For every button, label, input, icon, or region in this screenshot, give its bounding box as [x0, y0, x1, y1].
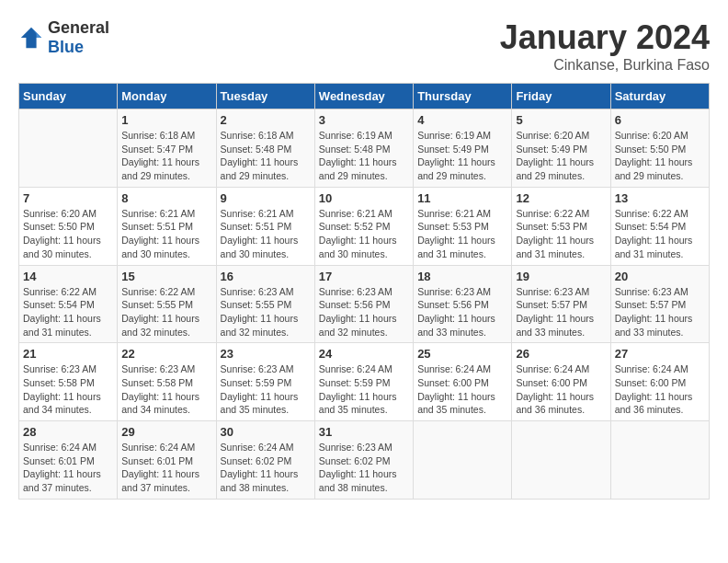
day-number: 15: [121, 270, 211, 283]
weekday-header: Sunday: [19, 84, 118, 109]
weekday-header: Thursday: [414, 84, 512, 109]
day-info: Sunrise: 6:18 AMSunset: 5:47 PMDaylight:…: [121, 129, 211, 183]
calendar-cell: 8Sunrise: 6:21 AMSunset: 5:51 PMDaylight…: [118, 187, 216, 265]
calendar-cell: 9Sunrise: 6:21 AMSunset: 5:51 PMDaylight…: [216, 187, 314, 265]
day-info: Sunrise: 6:18 AMSunset: 5:48 PMDaylight:…: [221, 129, 311, 183]
calendar-cell: 17Sunrise: 6:23 AMSunset: 5:56 PMDayligh…: [314, 265, 413, 343]
calendar-cell: 30Sunrise: 6:24 AMSunset: 6:02 PMDayligh…: [216, 421, 314, 500]
day-info: Sunrise: 6:23 AMSunset: 5:56 PMDaylight:…: [417, 285, 507, 339]
day-number: 6: [615, 113, 705, 127]
calendar-week-row: 1Sunrise: 6:18 AMSunset: 5:47 PMDaylight…: [19, 109, 710, 188]
day-info: Sunrise: 6:19 AMSunset: 5:48 PMDaylight:…: [319, 129, 409, 183]
weekday-header: Wednesday: [314, 84, 413, 109]
day-number: 3: [319, 113, 409, 127]
calendar-cell: 15Sunrise: 6:22 AMSunset: 5:55 PMDayligh…: [118, 265, 216, 343]
calendar-cell: [19, 109, 118, 188]
calendar-cell: 5Sunrise: 6:20 AMSunset: 5:49 PMDaylight…: [512, 109, 610, 188]
calendar-week-row: 21Sunrise: 6:23 AMSunset: 5:58 PMDayligh…: [19, 343, 710, 421]
day-number: 31: [319, 425, 409, 439]
day-info: Sunrise: 6:20 AMSunset: 5:49 PMDaylight:…: [516, 129, 606, 183]
day-info: Sunrise: 6:20 AMSunset: 5:50 PMDaylight:…: [23, 207, 113, 261]
calendar-cell: 21Sunrise: 6:23 AMSunset: 5:58 PMDayligh…: [19, 343, 118, 421]
day-number: 8: [121, 191, 211, 205]
day-number: 20: [615, 270, 705, 283]
month-title: January 2024: [500, 18, 710, 57]
day-info: Sunrise: 6:23 AMSunset: 5:57 PMDaylight:…: [615, 285, 705, 339]
logo-icon: [18, 25, 44, 51]
calendar-cell: 25Sunrise: 6:24 AMSunset: 6:00 PMDayligh…: [414, 343, 512, 421]
calendar-table: SundayMondayTuesdayWednesdayThursdayFrid…: [18, 83, 710, 500]
day-info: Sunrise: 6:21 AMSunset: 5:51 PMDaylight:…: [121, 207, 211, 261]
calendar-week-row: 7Sunrise: 6:20 AMSunset: 5:50 PMDaylight…: [19, 187, 710, 265]
day-number: 24: [319, 347, 409, 361]
calendar-cell: 24Sunrise: 6:24 AMSunset: 5:59 PMDayligh…: [314, 343, 413, 421]
day-number: 13: [615, 191, 705, 205]
day-info: Sunrise: 6:23 AMSunset: 5:58 PMDaylight:…: [121, 362, 211, 417]
calendar-cell: 28Sunrise: 6:24 AMSunset: 6:01 PMDayligh…: [19, 421, 118, 500]
calendar-cell: 1Sunrise: 6:18 AMSunset: 5:47 PMDaylight…: [118, 109, 216, 188]
day-number: 5: [516, 113, 606, 127]
day-info: Sunrise: 6:23 AMSunset: 6:02 PMDaylight:…: [319, 441, 409, 495]
day-number: 10: [319, 191, 409, 205]
calendar-cell: 12Sunrise: 6:22 AMSunset: 5:53 PMDayligh…: [512, 187, 610, 265]
day-info: Sunrise: 6:24 AMSunset: 6:00 PMDaylight:…: [516, 362, 606, 417]
day-info: Sunrise: 6:23 AMSunset: 5:57 PMDaylight:…: [516, 285, 606, 339]
weekday-header: Friday: [512, 84, 610, 109]
calendar-cell: 2Sunrise: 6:18 AMSunset: 5:48 PMDaylight…: [216, 109, 314, 188]
day-number: 14: [23, 270, 113, 283]
day-info: Sunrise: 6:22 AMSunset: 5:54 PMDaylight:…: [23, 285, 113, 339]
weekday-header: Saturday: [610, 84, 709, 109]
calendar-week-row: 28Sunrise: 6:24 AMSunset: 6:01 PMDayligh…: [19, 421, 710, 500]
day-info: Sunrise: 6:21 AMSunset: 5:52 PMDaylight:…: [319, 207, 409, 261]
day-info: Sunrise: 6:24 AMSunset: 6:02 PMDaylight:…: [221, 441, 311, 495]
calendar-cell: 22Sunrise: 6:23 AMSunset: 5:58 PMDayligh…: [118, 343, 216, 421]
calendar-cell: [414, 421, 512, 500]
day-info: Sunrise: 6:24 AMSunset: 6:01 PMDaylight:…: [121, 441, 211, 495]
weekday-header: Monday: [118, 84, 216, 109]
day-info: Sunrise: 6:24 AMSunset: 6:01 PMDaylight:…: [23, 441, 113, 495]
day-info: Sunrise: 6:23 AMSunset: 5:55 PMDaylight:…: [221, 285, 311, 339]
calendar-cell: 16Sunrise: 6:23 AMSunset: 5:55 PMDayligh…: [216, 265, 314, 343]
day-number: 29: [121, 425, 211, 439]
calendar-cell: 29Sunrise: 6:24 AMSunset: 6:01 PMDayligh…: [118, 421, 216, 500]
day-info: Sunrise: 6:23 AMSunset: 5:56 PMDaylight:…: [319, 285, 409, 339]
day-number: 27: [615, 347, 705, 361]
calendar-cell: 6Sunrise: 6:20 AMSunset: 5:50 PMDaylight…: [610, 109, 709, 188]
day-info: Sunrise: 6:24 AMSunset: 5:59 PMDaylight:…: [319, 362, 409, 417]
day-number: 28: [23, 425, 113, 439]
day-number: 9: [221, 191, 311, 205]
day-number: 17: [319, 270, 409, 283]
day-info: Sunrise: 6:21 AMSunset: 5:53 PMDaylight:…: [417, 207, 507, 261]
day-number: 26: [516, 347, 606, 361]
calendar-cell: 4Sunrise: 6:19 AMSunset: 5:49 PMDaylight…: [414, 109, 512, 188]
weekday-header-row: SundayMondayTuesdayWednesdayThursdayFrid…: [19, 84, 710, 109]
day-number: 7: [23, 191, 113, 205]
day-number: 16: [221, 270, 311, 283]
calendar-cell: 23Sunrise: 6:23 AMSunset: 5:59 PMDayligh…: [216, 343, 314, 421]
day-info: Sunrise: 6:22 AMSunset: 5:53 PMDaylight:…: [516, 207, 606, 261]
weekday-header: Tuesday: [216, 84, 314, 109]
day-info: Sunrise: 6:23 AMSunset: 5:59 PMDaylight:…: [221, 362, 311, 417]
day-number: 22: [121, 347, 211, 361]
calendar-cell: 31Sunrise: 6:23 AMSunset: 6:02 PMDayligh…: [314, 421, 413, 500]
day-number: 25: [417, 347, 507, 361]
calendar-week-row: 14Sunrise: 6:22 AMSunset: 5:54 PMDayligh…: [19, 265, 710, 343]
day-number: 21: [23, 347, 113, 361]
calendar-cell: [610, 421, 709, 500]
day-number: 23: [221, 347, 311, 361]
calendar-cell: 3Sunrise: 6:19 AMSunset: 5:48 PMDaylight…: [314, 109, 413, 188]
page-header: General Blue January 2024 Cinkanse, Burk…: [18, 18, 710, 74]
calendar-cell: 13Sunrise: 6:22 AMSunset: 5:54 PMDayligh…: [610, 187, 709, 265]
day-number: 2: [221, 113, 311, 127]
calendar-cell: 27Sunrise: 6:24 AMSunset: 6:00 PMDayligh…: [610, 343, 709, 421]
logo: General Blue: [18, 18, 109, 57]
day-info: Sunrise: 6:24 AMSunset: 6:00 PMDaylight:…: [615, 362, 705, 417]
day-number: 12: [516, 191, 606, 205]
logo-blue: Blue: [48, 38, 84, 56]
location-title: Cinkanse, Burkina Faso: [500, 57, 710, 74]
day-number: 4: [417, 113, 507, 127]
calendar-cell: 7Sunrise: 6:20 AMSunset: 5:50 PMDaylight…: [19, 187, 118, 265]
calendar-cell: 14Sunrise: 6:22 AMSunset: 5:54 PMDayligh…: [19, 265, 118, 343]
logo-general: General: [48, 18, 109, 37]
day-number: 30: [221, 425, 311, 439]
